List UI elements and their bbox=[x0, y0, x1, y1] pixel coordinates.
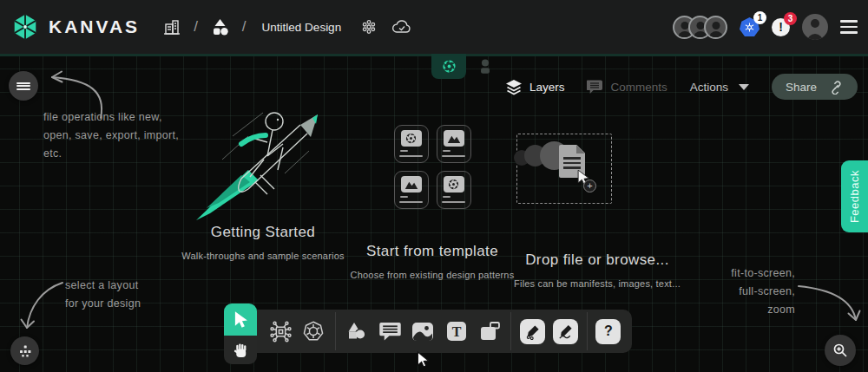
shapes-tool[interactable] bbox=[342, 312, 372, 350]
design-shapes-icon[interactable] bbox=[210, 18, 230, 36]
zoom-hint: fit-to-screen, full-screen, zoom bbox=[731, 264, 795, 319]
layers-icon bbox=[505, 79, 523, 95]
getting-started-card[interactable]: Getting Started Walk-throughs and sample… bbox=[155, 106, 372, 261]
pen-tile bbox=[520, 319, 545, 344]
robot-icon bbox=[477, 58, 493, 75]
layers-button[interactable]: Layers bbox=[505, 79, 565, 95]
help-tile: ? bbox=[595, 319, 621, 344]
text-tool-glyph: T bbox=[451, 324, 461, 339]
app-header: KANVAS / / Untitled Design bbox=[0, 0, 868, 54]
pencil-tile bbox=[553, 319, 578, 344]
select-tool-active[interactable] bbox=[224, 303, 257, 336]
template-thumbnails bbox=[345, 125, 519, 209]
template-card[interactable]: Start from template Choose from existing… bbox=[345, 106, 519, 280]
share-label: Share bbox=[786, 81, 817, 94]
link-icon bbox=[829, 80, 844, 95]
header-menu-icon[interactable] bbox=[840, 20, 858, 34]
text-tool[interactable]: T bbox=[442, 312, 471, 350]
drop-file-card[interactable]: + Drop file or browse... Files can be ma… bbox=[506, 106, 688, 289]
breadcrumb-separator: / bbox=[242, 18, 247, 36]
toolbar-divider bbox=[510, 312, 511, 350]
mouse-cursor bbox=[417, 351, 430, 369]
drop-zone[interactable]: + bbox=[516, 134, 612, 204]
app-title: KANVAS bbox=[49, 16, 140, 37]
comment-icon bbox=[587, 79, 603, 95]
document-title[interactable]: Untitled Design bbox=[262, 21, 342, 34]
node-tool[interactable] bbox=[266, 312, 295, 350]
comments-button[interactable]: Comments bbox=[587, 79, 667, 95]
magnifier-icon bbox=[832, 343, 848, 358]
drop-subtitle: Files can be manifests, images, text... bbox=[506, 278, 688, 289]
zoom-button[interactable] bbox=[825, 335, 856, 366]
getting-started-subtitle: Walk-throughs and sample scenarios bbox=[155, 251, 372, 261]
tab-design-mode[interactable] bbox=[431, 54, 466, 79]
getting-started-title: Getting Started bbox=[155, 224, 372, 241]
tab-bot-mode[interactable] bbox=[471, 55, 499, 78]
hand-icon bbox=[233, 342, 249, 359]
pencil-tool[interactable] bbox=[550, 312, 580, 350]
rocket-illustration bbox=[155, 106, 372, 224]
actions-label: Actions bbox=[690, 81, 728, 94]
canvas-action-bar: Layers Comments Actions Share bbox=[505, 74, 858, 100]
feedback-tab[interactable]: Feedback bbox=[841, 160, 868, 232]
avatar bbox=[704, 16, 727, 39]
comment-tool[interactable] bbox=[375, 312, 404, 350]
add-badge: + bbox=[583, 179, 596, 193]
actions-dropdown[interactable]: Actions bbox=[690, 81, 749, 94]
layout-tree-icon bbox=[18, 344, 32, 358]
file-menu-button[interactable] bbox=[9, 71, 38, 101]
breadcrumb-separator: / bbox=[194, 18, 198, 36]
aperture-icon bbox=[441, 58, 457, 75]
template-thumb[interactable] bbox=[394, 171, 429, 209]
chevron-down-icon bbox=[739, 84, 749, 90]
drop-title: Drop file or browse... bbox=[506, 251, 688, 269]
toolbar-divider bbox=[335, 312, 336, 350]
app-window: KANVAS / / Untitled Design bbox=[0, 0, 868, 372]
layout-hint: select a layout for your design bbox=[65, 277, 141, 313]
feedback-label: Feedback bbox=[848, 170, 861, 223]
pen-tool[interactable] bbox=[517, 312, 547, 350]
file-fold bbox=[576, 145, 585, 153]
template-thumb[interactable] bbox=[394, 125, 429, 163]
molecule-icon[interactable] bbox=[360, 18, 378, 36]
design-canvas[interactable]: file operations like new, open, save, ex… bbox=[0, 54, 868, 372]
image-tool[interactable] bbox=[408, 312, 437, 350]
user-avatar[interactable] bbox=[802, 14, 828, 40]
template-subtitle: Choose from existing design patterns bbox=[345, 270, 519, 280]
alerts-button[interactable]: ! 3 bbox=[772, 18, 790, 36]
alert-count-badge: 3 bbox=[784, 12, 797, 25]
card-tool[interactable] bbox=[475, 312, 504, 350]
layout-select-button[interactable] bbox=[10, 336, 39, 365]
help-tool[interactable]: ? bbox=[594, 312, 623, 350]
cloud-sync-icon[interactable] bbox=[391, 18, 412, 36]
kubernetes-status-button[interactable]: 1 bbox=[740, 17, 760, 36]
share-button[interactable]: Share bbox=[772, 74, 858, 100]
toolbar-divider bbox=[587, 312, 588, 350]
k8s-count-badge: 1 bbox=[753, 11, 766, 24]
kanvas-logo-icon bbox=[10, 12, 40, 42]
kubernetes-tool[interactable] bbox=[299, 312, 328, 350]
layers-label: Layers bbox=[529, 81, 565, 94]
template-title: Start from template bbox=[345, 243, 519, 260]
select-cursor-icon bbox=[232, 310, 249, 330]
org-building-icon[interactable] bbox=[162, 17, 181, 36]
template-thumb[interactable] bbox=[437, 171, 471, 209]
tool-bar: T bbox=[257, 310, 632, 353]
collaborator-avatars[interactable] bbox=[673, 16, 727, 39]
template-thumb[interactable] bbox=[437, 125, 471, 163]
app-logo[interactable]: KANVAS bbox=[10, 12, 140, 42]
comments-label: Comments bbox=[610, 81, 667, 94]
pan-tool[interactable] bbox=[224, 336, 257, 364]
